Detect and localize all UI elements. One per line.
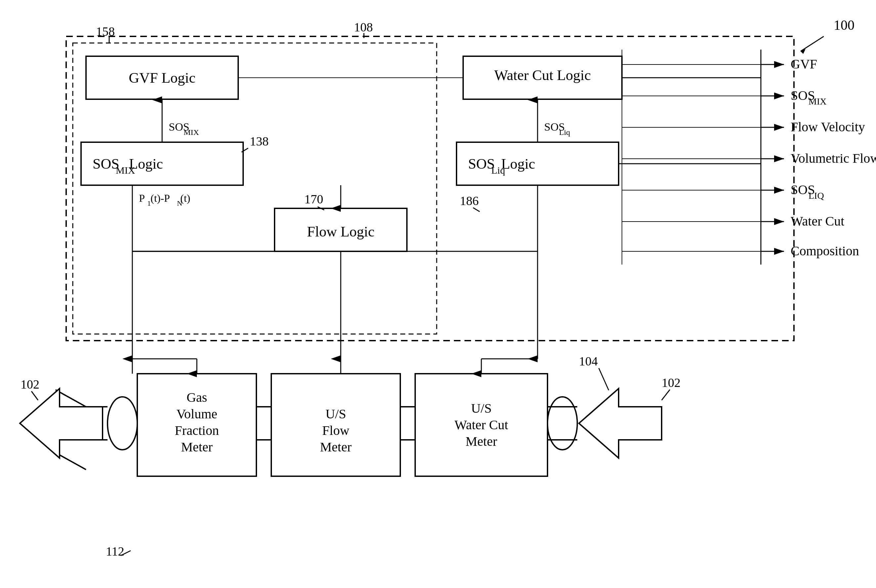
us-flow-meter-line2: Flow [322,423,349,438]
svg-line-4 [801,36,824,51]
connector-lens-2 [547,397,577,450]
ref-104: 104 [579,354,598,368]
svg-line-10 [473,208,480,212]
output-composition: Composition [790,243,859,258]
ref-108: 108 [354,20,373,34]
sos-mix-logic-text: SOS [93,156,119,172]
gvf-meter-line1: Gas [186,390,207,405]
gvf-meter-line3: Fraction [175,423,219,438]
ref-112: 112 [106,544,125,558]
output-flow-velocity: Flow Velocity [790,119,865,134]
output-sos-mix-sub: MIX [808,96,826,106]
pn-rest: (t) [180,192,190,204]
ref-102-left: 102 [21,377,39,391]
output-sos-liq-sub: LIQ [808,190,824,201]
ref-138: 138 [250,134,269,148]
svg-line-26 [662,390,670,400]
ref-170: 170 [304,192,323,206]
water-cut-logic-label: Water Cut Logic [494,67,591,83]
gvf-logic-label: GVF Logic [129,70,195,86]
svg-line-20 [32,391,38,400]
output-water-cut: Water Cut [790,214,844,228]
output-vol-flow: Volumetric Flow Rate [790,151,876,166]
us-flow-meter-line3: Meter [320,440,352,454]
ref-102-right: 102 [662,376,681,390]
svg-line-25 [599,368,609,390]
us-watercut-line3: Meter [466,434,497,449]
diagram: 100 108 158 GVF Logic Water Cut Logic SO… [0,0,876,588]
ref-158: 158 [96,24,115,38]
sos-liq-logic-text: SOS [468,156,495,172]
connector-lens-1 [108,397,137,450]
output-gvf: GVF [790,57,817,71]
ref-186: 186 [460,194,479,208]
sos-mix-arrow-sub: MIX [183,128,199,136]
gvf-meter-line4: Meter [181,440,213,454]
p1-rest: (t)-P [150,192,170,204]
us-flow-meter-line1: U/S [326,406,346,422]
us-watercut-line2: Water Cut [455,417,508,432]
us-watercut-line1: U/S [471,401,491,416]
flow-arrow-right [579,388,662,458]
flow-logic-label: Flow Logic [307,224,374,240]
sos-mix-logic-text2: Logic [129,156,163,172]
sos-liq-logic-text2: Logic [501,156,535,172]
gvf-meter-line2: Volume [176,406,217,422]
ref-100: 100 [834,18,855,33]
p1-pn-label: P [139,192,145,204]
sos-liq-arrow-sub: Liq [559,128,570,136]
